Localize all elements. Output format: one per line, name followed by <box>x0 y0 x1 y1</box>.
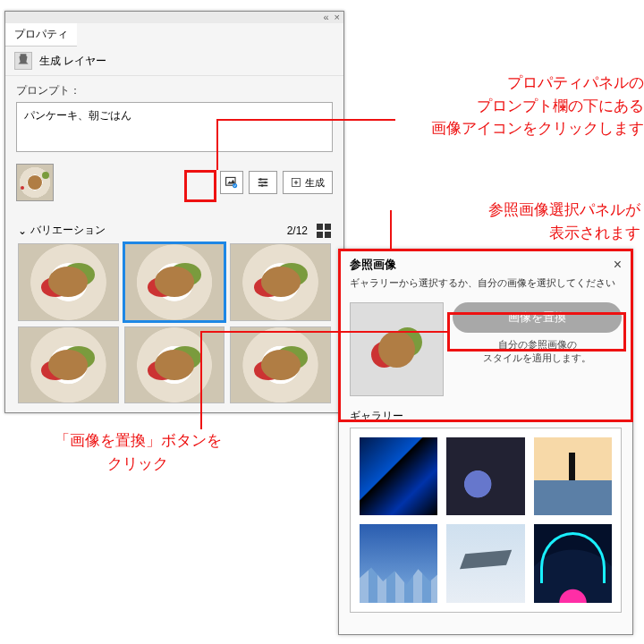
generation-layer-label: 生成 レイヤー <box>39 54 106 69</box>
gallery-item[interactable] <box>534 524 612 602</box>
close-icon[interactable]: × <box>614 257 622 273</box>
grid-view-icon[interactable] <box>317 224 331 238</box>
reference-panel-subtitle: ギャラリーから選択するか、自分の画像を選択してください <box>339 275 632 297</box>
variation-header: ⌄ バリエーション 2/12 <box>5 201 343 243</box>
gallery-item[interactable] <box>446 524 524 602</box>
tab-properties[interactable]: プロパティ <box>5 23 77 47</box>
pin-icon[interactable] <box>14 52 32 70</box>
gallery-item[interactable] <box>360 524 437 602</box>
svg-point-4 <box>261 184 264 187</box>
replace-image-button[interactable]: 画像を置換 <box>453 302 622 333</box>
gallery-item[interactable] <box>446 437 524 515</box>
reference-panel-title: 参照画像 <box>350 257 396 273</box>
generate-button[interactable]: 生成 <box>283 171 333 194</box>
variation-thumb[interactable] <box>124 243 225 321</box>
reference-image-panel: 参照画像 × ギャラリーから選択するか、自分の画像を選択してください 画像を置換… <box>338 249 633 635</box>
prompt-toolbar: 生成 <box>5 155 343 201</box>
generate-button-label: 生成 <box>305 176 325 190</box>
variation-count: 2/12 <box>287 225 308 237</box>
gallery-label: ギャラリー <box>339 400 632 428</box>
reference-image-icon[interactable] <box>220 171 243 194</box>
reference-description: 自分の参照画像の スタイルを適用します。 <box>483 338 591 366</box>
close-panel-icon[interactable]: × <box>335 13 340 22</box>
prompt-label: プロンプト： <box>5 76 343 102</box>
variation-thumb[interactable] <box>18 243 119 321</box>
annotation-text: 「画像を置換」ボタンを クリック <box>30 429 245 475</box>
reference-preview[interactable] <box>350 302 444 396</box>
gallery-item[interactable] <box>360 437 437 515</box>
variation-grid <box>5 243 343 403</box>
variation-thumb[interactable] <box>18 326 119 404</box>
gallery-item[interactable] <box>534 437 612 515</box>
variation-thumb[interactable] <box>230 326 331 404</box>
chevron-down-icon[interactable]: ⌄ <box>18 225 27 237</box>
variation-thumb[interactable] <box>230 243 331 321</box>
annotation-text: 参照画像選択パネルが 表示されます <box>399 199 640 244</box>
annotation-text: プロパティパネルの プロンプト欄の下にある 画像アイコンをクリックします <box>402 72 644 140</box>
variation-thumb[interactable] <box>124 326 225 404</box>
reference-thumbnail[interactable] <box>16 164 54 201</box>
svg-point-3 <box>264 182 267 184</box>
collapse-icon[interactable]: « <box>323 13 328 22</box>
annotation-connector <box>390 210 392 250</box>
svg-point-2 <box>259 178 262 181</box>
gallery-grid <box>350 428 622 613</box>
settings-button[interactable] <box>249 171 277 194</box>
generation-layer-row: 生成 レイヤー <box>5 47 343 76</box>
prompt-input[interactable]: パンケーキ、朝ごはん <box>16 102 333 152</box>
panel-header: « × <box>5 12 343 23</box>
variation-label: バリエーション <box>30 223 106 238</box>
properties-panel: « × プロパティ 生成 レイヤー プロンプト： パンケーキ、朝ごはん 生成 <box>4 11 344 413</box>
